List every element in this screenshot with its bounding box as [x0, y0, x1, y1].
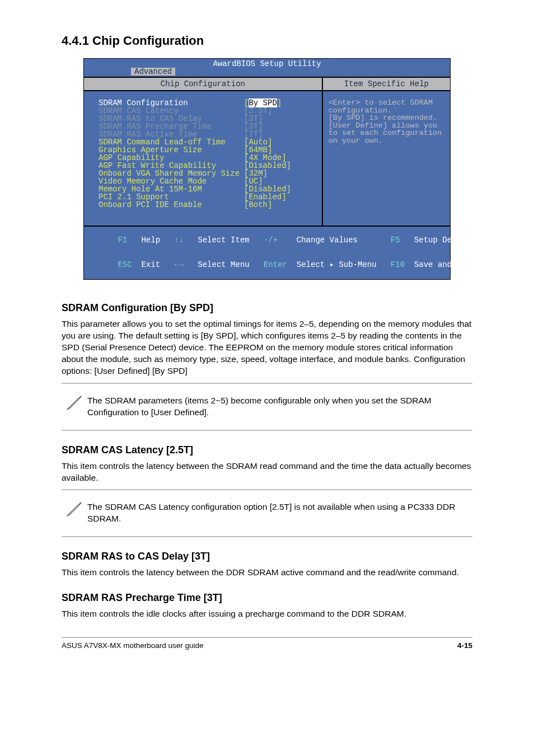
bios-option-row[interactable]: AGP Fast Write Capability[Disabled] — [99, 162, 316, 170]
footer-action: Change Values — [297, 236, 358, 245]
bios-right-panel: Item Specific Help <Enter> to select SDR… — [323, 77, 450, 226]
footer-key: Enter — [264, 260, 287, 269]
param-text: This item controls the idle clocks after… — [62, 608, 472, 620]
option-label: SDRAM RAS Active Time — [99, 130, 244, 138]
bios-option-row[interactable]: PCI 2.1 Support[Enabled] — [99, 193, 316, 201]
footer-action: Setup Defaults — [414, 236, 480, 245]
footer-key: -/+ — [264, 236, 278, 245]
param-title: SDRAM CAS Latency [2.5T] — [62, 444, 472, 456]
bios-screenshot: AwardBIOS Setup Utility Advanced Chip Co… — [83, 58, 451, 280]
bios-option-row[interactable]: SDRAM CAS Latency[2.5T] — [99, 107, 316, 115]
option-label: Graphics Aperture Size — [99, 146, 244, 154]
option-label: Video Memory Cache Mode — [99, 177, 244, 185]
bios-help-text: <Enter> to select SDRAM configuration.[B… — [323, 91, 450, 226]
option-label: SDRAM Command Lead-off Time — [99, 138, 244, 146]
option-label: PCI 2.1 Support — [99, 193, 244, 201]
note-icon — [62, 391, 87, 423]
option-label: Onboard PCI IDE Enable — [99, 201, 244, 209]
option-label: AGP Fast Write Capability — [99, 162, 244, 170]
option-label: AGP Capability — [99, 154, 244, 162]
bios-option-row[interactable]: SDRAM Command Lead-off Time[Auto] — [99, 138, 316, 146]
bios-header: AwardBIOS Setup Utility — [84, 59, 450, 68]
bios-option-row[interactable]: Memory Hole At 15M-16M[Disabled] — [99, 185, 316, 193]
page-footer: ASUS A7V8X-MX motherboard user guide 4-1… — [62, 638, 472, 650]
footer-key: ↑↓ — [174, 236, 184, 245]
footer-key: ESC — [118, 260, 132, 269]
bios-left-panel: Chip Configuration SDRAM Configuration[B… — [84, 77, 323, 226]
param-text: This item controls the latency between t… — [62, 461, 472, 484]
param-text: This parameter allows you to set the opt… — [62, 318, 472, 377]
param-title: SDRAM RAS Precharge Time [3T] — [62, 592, 472, 604]
tab-advanced[interactable]: Advanced — [131, 68, 175, 76]
footer-left: ASUS A7V8X-MX motherboard user guide — [62, 641, 204, 650]
footer-action: Save and Exit — [414, 260, 475, 269]
bios-option-row[interactable]: Video Memory Cache Mode[UC] — [99, 177, 316, 185]
option-label: SDRAM RAS Precharge Time — [99, 123, 244, 130]
help-line: [User Define] allows you to set each con… — [329, 122, 444, 145]
bios-title: AwardBIOS Setup Utility — [213, 59, 321, 68]
option-label: Memory Hole At 15M-16M — [99, 185, 244, 193]
option-label: Onboard VGA Shared Memory Size — [99, 170, 244, 177]
footer-action: Select Item — [198, 236, 249, 245]
bios-footer-bar: F1 Help ↑↓ Select Item -/+ Change Values… — [84, 226, 450, 279]
footer-action: Help — [141, 236, 160, 245]
note-separator — [62, 536, 472, 537]
help-line: <Enter> to select SDRAM configuration. — [329, 99, 444, 114]
note-separator — [62, 430, 472, 431]
right-panel-title: Item Specific Help — [323, 77, 450, 91]
footer-key: F1 — [118, 236, 127, 245]
note-text: The SDRAM parameters (items 2~5) become … — [87, 391, 472, 423]
bios-option-row[interactable]: Onboard PCI IDE Enable[Both] — [99, 201, 316, 209]
option-label: SDRAM RAS to CAS Delay — [99, 115, 244, 123]
option-value: [Both] — [244, 200, 272, 209]
section-title: 4.4.1 Chip Configuration — [62, 34, 472, 48]
option-label: SDRAM CAS Latency — [99, 107, 244, 115]
footer-page-number: 4-15 — [457, 641, 472, 650]
note-block: The SDRAM CAS Latency configuration opti… — [62, 497, 472, 529]
bios-options-list: SDRAM Configuration[By SPD]SDRAM CAS Lat… — [84, 91, 322, 226]
param-text: This item controls the latency between t… — [62, 567, 472, 579]
help-line: [By SPD] is recommended. — [329, 114, 444, 122]
bios-option-row[interactable]: AGP Capability[4X Mode] — [99, 154, 316, 162]
footer-action: Select ▸ Sub-Menu — [297, 260, 377, 269]
left-panel-title: Chip Configuration — [84, 77, 322, 91]
bios-option-row[interactable]: SDRAM RAS Precharge Time[3T] — [99, 123, 316, 130]
bios-option-row[interactable]: SDRAM RAS to CAS Delay[3T] — [99, 115, 316, 123]
note-separator — [62, 489, 472, 490]
bios-tab-row: Advanced — [84, 68, 450, 77]
bios-option-row[interactable]: Onboard VGA Shared Memory Size[32M] — [99, 170, 316, 177]
bios-option-row[interactable]: SDRAM RAS Active Time[7T] — [99, 130, 316, 138]
note-separator — [62, 383, 472, 384]
bios-body: Chip Configuration SDRAM Configuration[B… — [84, 77, 450, 226]
option-label: SDRAM Configuration — [99, 99, 244, 107]
note-text: The SDRAM CAS Latency configuration opti… — [87, 497, 472, 529]
footer-key: F10 — [391, 260, 405, 269]
bios-option-row[interactable]: Graphics Aperture Size[64MB] — [99, 146, 316, 154]
note-block: The SDRAM parameters (items 2~5) become … — [62, 391, 472, 423]
footer-action: Exit — [141, 260, 160, 269]
footer-key: ←→ — [174, 260, 184, 269]
bios-option-row[interactable]: SDRAM Configuration[By SPD] — [99, 99, 316, 107]
footer-action: Select Menu — [198, 260, 249, 269]
param-title: SDRAM RAS to CAS Delay [3T] — [62, 551, 472, 562]
param-title: SDRAM Configuration [By SPD] — [62, 302, 472, 314]
note-icon — [62, 497, 87, 529]
footer-key: F5 — [391, 236, 400, 245]
